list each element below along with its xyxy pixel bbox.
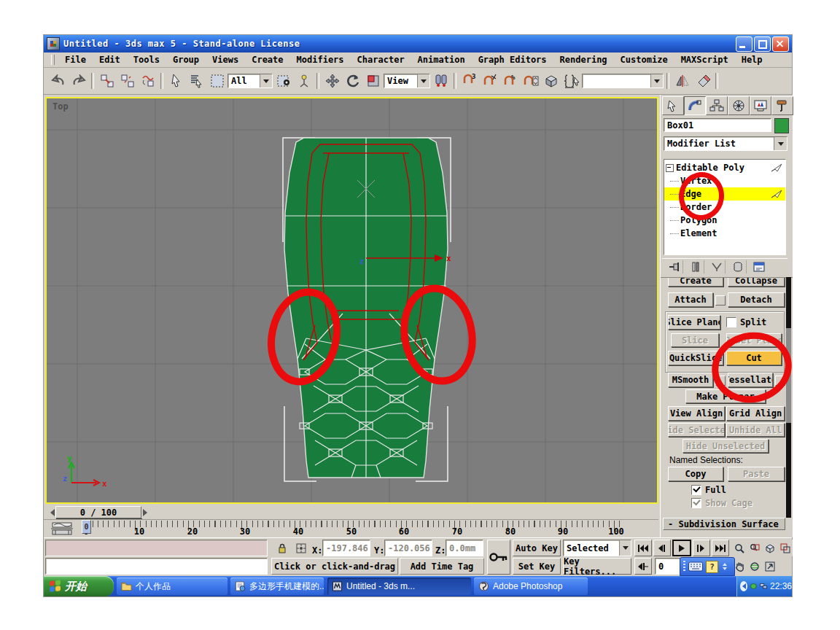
unlink-selection-icon[interactable] <box>117 71 137 91</box>
menu-maxscript[interactable]: MAXScript <box>675 54 734 66</box>
redo-icon[interactable] <box>69 71 88 91</box>
tray-network-icon[interactable] <box>760 582 767 591</box>
full-checkbox[interactable] <box>691 485 701 495</box>
select-object-icon[interactable] <box>166 71 186 91</box>
zoom-extents-all-icon[interactable] <box>778 540 793 556</box>
view-align-button[interactable]: View Align <box>668 406 725 421</box>
language-bar[interactable]: ? <box>680 557 735 576</box>
paste-button[interactable]: Paste <box>728 467 785 481</box>
tab-hierarchy[interactable] <box>706 96 728 115</box>
snap-toggle-icon[interactable]: 3 <box>459 71 479 91</box>
tessellate-options-button[interactable] <box>775 376 785 386</box>
selection-filter-dropdown[interactable]: All <box>228 74 273 88</box>
tray-antivirus-icon[interactable] <box>750 582 757 591</box>
pin-stack-icon[interactable] <box>666 260 683 273</box>
make-unique-icon[interactable] <box>709 260 726 273</box>
time-slider-thumb[interactable]: 0 / 100 <box>55 506 141 518</box>
copy-button[interactable]: Copy <box>668 467 723 481</box>
tab-motion[interactable] <box>728 96 750 115</box>
make-planar-button[interactable]: Make Planar <box>685 389 766 403</box>
tray-collapse-icon[interactable] <box>740 581 747 591</box>
y-coordinate-field[interactable]: -120.056 <box>384 540 432 556</box>
menu-character[interactable]: Character <box>351 54 411 66</box>
set-key-big-button[interactable] <box>487 540 510 575</box>
maxscript-mini-listener-pink[interactable] <box>45 540 268 556</box>
selection-lock-icon[interactable] <box>274 540 290 556</box>
select-and-move-icon[interactable] <box>322 71 342 91</box>
window-crossing-icon[interactable] <box>273 71 293 91</box>
grid-align-button[interactable]: Grid Align <box>726 406 785 421</box>
start-button[interactable]: 开始 <box>44 576 114 596</box>
zoom-icon[interactable] <box>732 540 747 556</box>
align-icon[interactable] <box>693 71 712 91</box>
split-checkbox[interactable] <box>726 317 736 327</box>
zoom-extents-icon[interactable] <box>763 540 777 556</box>
detach-button[interactable]: Detach <box>728 292 785 307</box>
collapse-minus-icon[interactable] <box>666 164 674 172</box>
undo-icon[interactable] <box>48 71 68 91</box>
object-name-field[interactable]: Box01 <box>664 118 771 132</box>
menu-tools[interactable]: Tools <box>128 54 166 66</box>
z-coordinate-field[interactable]: 0.0mm <box>446 540 483 556</box>
quickslice-button[interactable]: QuickSlice <box>668 351 723 365</box>
key-filters-button[interactable]: Key Filters... <box>563 558 631 575</box>
tab-modify[interactable] <box>684 96 706 115</box>
msmooth-options-button[interactable] <box>715 376 726 386</box>
zoom-all-icon[interactable] <box>747 540 762 556</box>
previous-frame-icon[interactable] <box>653 540 671 556</box>
stack-item-vertex[interactable]: Vertex <box>664 174 785 187</box>
help-icon[interactable]: ? <box>706 561 718 573</box>
slice-button[interactable]: Slice <box>671 333 719 347</box>
set-key-button[interactable]: Set Key <box>513 558 561 575</box>
hide-unselected-button[interactable]: Hide Unselected <box>682 439 769 453</box>
menu-create[interactable]: Create <box>246 54 289 66</box>
stack-item-border[interactable]: Border <box>664 201 785 214</box>
x-coordinate-field[interactable]: -197.846 <box>322 540 370 556</box>
prev-frame-arrow[interactable] <box>45 506 55 518</box>
show-cage-checkbox[interactable] <box>691 498 701 508</box>
tab-create[interactable] <box>662 96 684 115</box>
menu-views[interactable]: Views <box>206 54 244 66</box>
named-sets-dropdown[interactable] <box>582 74 664 88</box>
menu-modifiers[interactable]: Modifiers <box>291 54 350 66</box>
viewport-top[interactable]: x z y x z Top <box>45 97 658 504</box>
select-by-name-icon[interactable] <box>187 71 206 91</box>
menu-group[interactable]: Group <box>167 54 205 66</box>
tessellate-button[interactable]: Tessellate <box>728 373 773 387</box>
close-button[interactable] <box>772 36 789 52</box>
subdivision-surface-rollout-header[interactable]: - Subdivision Surface <box>663 518 785 530</box>
taskbar-clock[interactable]: 22:36 <box>770 581 792 591</box>
menu-animation[interactable]: Animation <box>412 54 471 66</box>
key-mode-toggle-icon[interactable] <box>634 558 652 575</box>
snaps-flyout-icon[interactable] <box>294 71 314 91</box>
keyboard-icon[interactable] <box>688 561 703 572</box>
selection-region-icon[interactable] <box>207 71 227 91</box>
taskbar-item-3dsmax[interactable]: Untitled - 3ds m... <box>327 578 471 595</box>
edit-named-selections-icon[interactable] <box>541 71 561 91</box>
object-color-swatch[interactable] <box>774 118 789 133</box>
min-max-toggle-icon[interactable] <box>763 558 777 575</box>
menu-graph-editors[interactable]: Graph Editors <box>472 54 553 66</box>
create-button[interactable]: Create <box>668 277 723 287</box>
show-end-result-icon[interactable] <box>688 260 704 273</box>
mirror-icon[interactable] <box>672 71 692 91</box>
stack-item-polygon[interactable]: Polygon <box>664 214 785 227</box>
cut-button[interactable]: Cut <box>726 351 782 365</box>
taskbar-item-photoshop[interactable]: Adobe Photoshop <box>474 578 588 595</box>
taskbar-item-webpage[interactable]: 多边形手机建模的... <box>230 578 324 595</box>
configure-modifier-sets-icon[interactable] <box>751 260 767 273</box>
active-result-icon[interactable] <box>771 163 782 172</box>
tab-utilities[interactable] <box>771 96 793 115</box>
reset-plane-button[interactable]: Reset Plane <box>726 333 782 347</box>
angle-snap-icon[interactable] <box>480 71 499 91</box>
menu-file[interactable]: File <box>59 54 92 66</box>
reference-coordinate-dropdown[interactable]: View <box>384 74 430 88</box>
spinner-snap-icon[interactable] <box>521 71 540 91</box>
track-bar[interactable]: 0 10 20 30 40 50 60 70 80 90 100 0 <box>44 519 658 538</box>
go-to-end-icon[interactable] <box>712 540 729 556</box>
add-time-tag[interactable]: Add Time Tag <box>400 558 484 575</box>
select-and-link-icon[interactable] <box>97 71 117 91</box>
modifier-list-dropdown[interactable]: Modifier List <box>664 136 788 151</box>
stack-item-edge[interactable]: Edge <box>664 187 785 201</box>
panel-scrollbar-thumb[interactable] <box>786 328 791 423</box>
